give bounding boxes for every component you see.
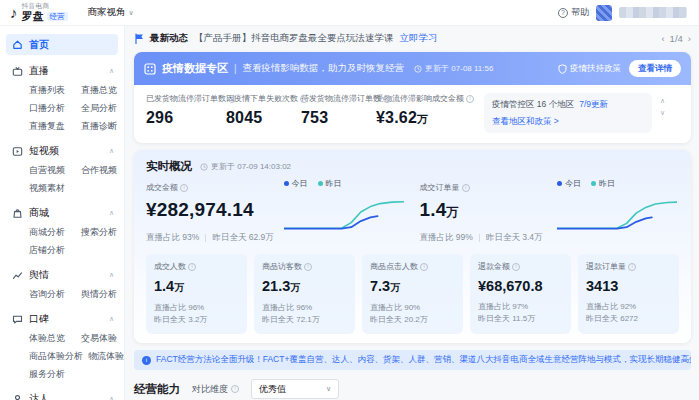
covid-banner: 疫情数据专区 | 查看疫情影响数据，助力及时恢复经营 更新于 07-08 11:… [134, 52, 691, 85]
chevron-down-icon[interactable]: ∨ [660, 109, 665, 117]
sidebar-section-live-header[interactable]: 直播 ∧ [0, 61, 124, 81]
info-icon[interactable] [628, 263, 636, 271]
big-metric-gmv: 成交金额 ¥282,974.14 直播占比 93% 昨日全天 62.9万 今日 … [146, 178, 406, 244]
realtime-small-metrics: 成交人数 1.4万 直播占比 96%昨日全天 3.2万 商品访客数 21.3万 … [134, 244, 691, 334]
sidebar-item[interactable]: 全局分析 [81, 102, 117, 115]
compare-dimension-select[interactable]: 优秀值 ∨ [251, 379, 339, 399]
divider [479, 234, 480, 242]
metric-unit: 万 [417, 113, 428, 125]
info-filled-icon: i [142, 356, 151, 365]
info-icon[interactable] [466, 95, 474, 103]
sidebar-item[interactable]: 服务分析 [29, 368, 71, 381]
sidebar-item[interactable]: 商城分析 [29, 226, 71, 239]
chevron-up-icon[interactable]: ∧ [660, 97, 665, 105]
chevron-up-icon[interactable]: ∧ [109, 395, 114, 400]
pager-prev-button[interactable]: ‹ [661, 33, 664, 44]
info-icon[interactable] [512, 263, 520, 271]
info-icon[interactable] [420, 263, 428, 271]
legend-yesterday[interactable]: 昨日 [318, 178, 342, 189]
sidebar-item[interactable]: 直播复盘 [29, 120, 71, 133]
sidebar-item[interactable]: 咨询分析 [29, 288, 71, 301]
small-metric: 商品访客数 21.3万 直播占比 96%昨日全天 72.1万 [254, 254, 355, 334]
sidebar-item[interactable]: 商品体验分析 [29, 350, 78, 363]
pager-next-button[interactable]: › [688, 33, 691, 44]
video-icon [12, 146, 23, 157]
covid-updated: 更新于 07-08 11:56 [414, 63, 493, 74]
screen: ♪ 抖音电商 罗盘 经营 商家视角 ∨ ? 帮助 [0, 0, 699, 400]
avatar[interactable] [596, 5, 612, 21]
legend-today[interactable]: 今日 [284, 178, 308, 189]
collapse-control: ∧ ∨ [660, 97, 665, 117]
sentiment-icon [12, 270, 23, 281]
sidebar-item[interactable]: 搜索分析 [81, 226, 117, 239]
sidebar-item[interactable]: 舆情分析 [81, 288, 117, 301]
sidebar-section-sentiment-header[interactable]: 舆情 ∧ [0, 265, 124, 285]
chevron-up-icon[interactable]: ∧ [109, 67, 114, 75]
sidebar-item[interactable]: 直播诊断 [81, 120, 117, 133]
region-policy-link[interactable]: 查看地区和政策 > [492, 116, 559, 128]
home-icon [12, 39, 23, 50]
metric-value: ¥3.62 [376, 109, 417, 126]
info-icon[interactable] [188, 263, 196, 271]
section-label: 商城 [29, 206, 49, 220]
info-icon[interactable] [383, 95, 391, 103]
sidebar-item[interactable]: 直播列表 [29, 84, 71, 97]
section-label: 直播 [29, 64, 49, 78]
covid-banner-title: 疫情数据专区 [162, 61, 228, 76]
sidebar-section-creator-header[interactable]: 达人 ∧ [0, 389, 124, 400]
live-share: 直播占比 96% [154, 303, 204, 312]
sidebar-item[interactable]: 体验总览 [29, 332, 71, 345]
covid-metrics-row: 已发货物流停滞订单数 296 因疫情下单失败次数 8045 待发货物流停滞订单数… [134, 85, 691, 143]
info-icon[interactable] [462, 184, 470, 192]
sidebar-section-reputation-header[interactable]: 口碑 ∧ [0, 309, 124, 329]
announcement-bar: 最新动态 【产品手册】抖音电商罗盘最全要点玩法速学课 立即学习 ‹ 1/4 › [134, 32, 691, 45]
covid-updated-text: 更新于 07-08 11:56 [425, 63, 493, 74]
fact-text: FACT经营方法论全面升级！FACT+覆盖自营、达人、内容、货架、人群、营销、渠… [156, 354, 691, 366]
info-icon[interactable] [231, 385, 239, 393]
sidebar-item[interactable]: 直播总览 [81, 84, 117, 97]
sidebar-item[interactable]: 视频素材 [29, 182, 71, 195]
small-metric: 退款订单量 3413 直播占比 92%昨日全天 6272 [578, 254, 679, 334]
info-icon[interactable] [228, 95, 236, 103]
chevron-up-icon[interactable]: ∧ [109, 147, 114, 155]
question-icon: ? [558, 8, 568, 18]
info-icon[interactable] [180, 184, 188, 192]
comment-icon [12, 314, 23, 325]
sidebar-section-mall-header[interactable]: 商城 ∧ [0, 203, 124, 223]
help-button[interactable]: ? 帮助 [558, 6, 589, 19]
legend-yesterday[interactable]: 昨日 [591, 178, 615, 189]
sidebar-item[interactable]: 合作视频 [81, 164, 117, 177]
region-update-link[interactable]: 7/9更新 [579, 99, 608, 111]
live-share: 直播占比 96% [262, 303, 312, 312]
sidebar-item-home[interactable]: 首页 [6, 34, 118, 55]
covid-detail-button[interactable]: 查看详情 [629, 60, 681, 77]
sidebar-item[interactable]: 物流体验 [88, 350, 124, 363]
covid-policy-text: 疫情扶持政策 [570, 63, 621, 75]
sidebar-section-creator: 达人 ∧ 达人广场 达人筛选 合作达人 [0, 389, 124, 400]
covid-policy-link[interactable]: 疫情扶持政策 [558, 63, 621, 75]
metric-value: 1.4 [154, 278, 174, 294]
legend-today[interactable]: 今日 [557, 178, 581, 189]
chevron-up-icon[interactable]: ∧ [109, 271, 114, 279]
metric-value: 7.3 [370, 278, 390, 294]
sidebar-section-video: 短视频 ∧ 自营视频合作视频 视频素材 [0, 141, 124, 197]
chevron-up-icon[interactable]: ∧ [109, 315, 114, 323]
covid-metric: 因疫情下单失败次数 8045 [226, 93, 301, 127]
covid-metric: 待发货物流停滞订单数 753 [301, 93, 376, 127]
info-icon[interactable] [304, 263, 312, 271]
brand-small-label: 抖音电商 [22, 3, 68, 10]
sidebar-item[interactable]: 交易体验 [81, 332, 117, 345]
info-icon[interactable] [300, 95, 308, 103]
sidebar-item[interactable]: 自营视频 [29, 164, 71, 177]
compare-text: 对比维度 [192, 383, 228, 396]
covid-region-box: 疫情管控区 16 个地区 7/9更新 查看地区和政策 > [484, 93, 652, 133]
sidebar-item[interactable]: 口播分析 [29, 102, 71, 115]
sidebar-home-label: 首页 [29, 38, 49, 52]
view-mode-dropdown[interactable]: 商家视角 ∨ [88, 6, 134, 19]
announcement-link[interactable]: 立即学习 [400, 32, 438, 45]
metric-label: 待发货物流停滞订单数 [301, 93, 381, 104]
sidebar-section-video-header[interactable]: 短视频 ∧ [0, 141, 124, 161]
brand-logo[interactable]: ♪ 抖音电商 罗盘 经营 [10, 3, 68, 22]
sidebar-item[interactable]: 店铺分析 [29, 244, 71, 257]
chevron-up-icon[interactable]: ∧ [109, 209, 114, 217]
